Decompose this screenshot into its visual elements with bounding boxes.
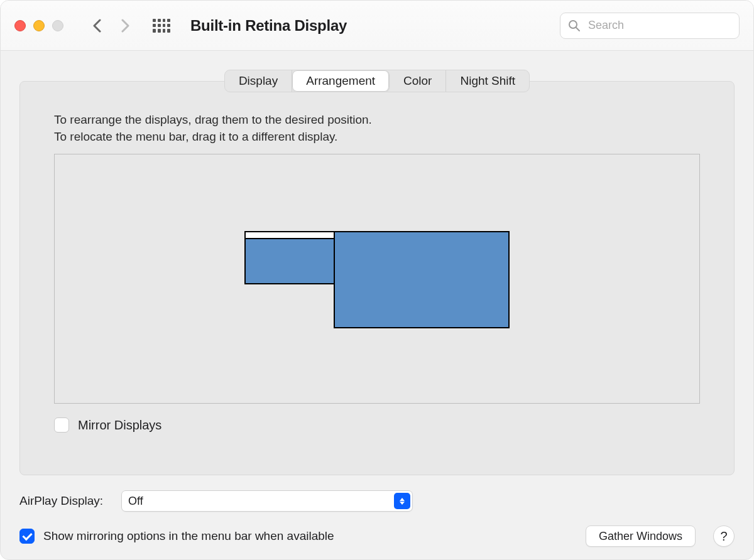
show-mirroring-checkbox[interactable] — [19, 529, 35, 544]
titlebar: Built-in Retina Display — [1, 1, 753, 51]
window-title: Built-in Retina Display — [190, 17, 347, 35]
instructions: To rearrange the displays, drag them to … — [54, 112, 700, 145]
instructions-line1: To rearrange the displays, drag them to … — [54, 112, 700, 129]
help-button[interactable]: ? — [713, 525, 735, 547]
show-all-preferences-button[interactable] — [153, 19, 170, 33]
popup-stepper-icon — [394, 493, 410, 509]
tab-arrangement[interactable]: Arrangement — [292, 70, 390, 92]
footer-row: Show mirroring options in the menu bar w… — [19, 525, 735, 547]
airplay-label: AirPlay Display: — [19, 494, 112, 508]
back-button[interactable] — [86, 13, 107, 38]
footer-controls: AirPlay Display: Off Show mirroring opti… — [19, 490, 735, 547]
zoom-window-button — [52, 20, 63, 31]
search-field[interactable] — [560, 13, 740, 39]
window-controls — [14, 20, 63, 31]
svg-line-1 — [576, 28, 579, 31]
menu-bar-indicator[interactable] — [246, 232, 334, 239]
content-area: Display Arrangement Color Night Shift To… — [1, 51, 753, 559]
search-icon — [568, 19, 581, 32]
tab-bar: Display Arrangement Color Night Shift — [16, 70, 738, 92]
display-primary[interactable] — [244, 231, 335, 284]
display-secondary[interactable] — [334, 231, 510, 328]
minimize-window-button[interactable] — [33, 20, 45, 31]
tab-night-shift[interactable]: Night Shift — [446, 70, 529, 92]
arrangement-panel: To rearrange the displays, drag them to … — [19, 81, 735, 475]
mirror-displays-checkbox[interactable] — [54, 417, 69, 433]
airplay-value: Off — [128, 495, 143, 508]
arrangement-canvas[interactable] — [54, 154, 700, 404]
preferences-window: Built-in Retina Display Display Arrangem… — [0, 0, 754, 560]
mirror-displays-label: Mirror Displays — [78, 418, 161, 433]
back-icon — [92, 19, 101, 33]
show-mirroring-label: Show mirroring options in the menu bar w… — [43, 529, 334, 543]
airplay-row: AirPlay Display: Off — [19, 490, 735, 512]
instructions-line2: To relocate the menu bar, drag it to a d… — [54, 129, 700, 146]
tab-color[interactable]: Color — [390, 70, 446, 92]
forward-button — [115, 13, 136, 38]
segmented-tabs: Display Arrangement Color Night Shift — [224, 70, 530, 92]
forward-icon — [121, 19, 130, 33]
close-window-button[interactable] — [14, 20, 26, 31]
airplay-select[interactable]: Off — [121, 490, 413, 512]
search-input[interactable] — [587, 18, 735, 33]
gather-windows-button[interactable]: Gather Windows — [586, 525, 696, 547]
tab-display[interactable]: Display — [225, 70, 292, 92]
svg-point-0 — [569, 21, 577, 28]
mirror-displays-row: Mirror Displays — [54, 417, 700, 433]
